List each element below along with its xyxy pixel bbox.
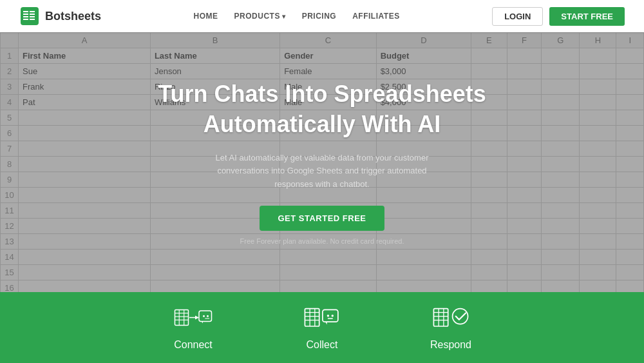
svg-rect-2	[23, 14, 28, 15]
feature-collect: Collect	[258, 304, 386, 351]
svg-point-19	[207, 315, 209, 317]
feature-connect: Connect	[129, 304, 258, 351]
svg-rect-3	[23, 16, 28, 17]
svg-point-18	[203, 315, 205, 317]
svg-point-29	[327, 315, 329, 317]
svg-rect-5	[30, 11, 35, 12]
svg-rect-33	[433, 309, 448, 326]
nav-products[interactable]: PRODUCTS	[234, 12, 286, 21]
svg-rect-1	[23, 11, 28, 12]
feature-respond-label: Respond	[430, 339, 471, 351]
hero-note: Free Forever plan available. No credit c…	[240, 237, 404, 245]
features-section: Connect Collect	[0, 292, 644, 363]
nav-buttons: LOGIN START FREE	[492, 7, 625, 26]
svg-point-30	[332, 315, 334, 317]
logo-text: Botsheets	[45, 10, 101, 23]
respond-icon	[431, 304, 470, 333]
nav-links: HOME PRODUCTS PRICING AFFILIATES	[194, 12, 400, 21]
svg-rect-9	[175, 310, 189, 326]
feature-collect-label: Collect	[307, 339, 338, 351]
feature-connect-label: Connect	[174, 339, 213, 351]
svg-rect-7	[30, 16, 35, 17]
feature-respond: Respond	[386, 304, 515, 351]
start-free-button[interactable]: START FREE	[549, 7, 625, 26]
svg-rect-17	[199, 311, 212, 322]
hero-subtitle: Let AI automatically get valuable data f…	[206, 152, 438, 191]
logo[interactable]: Botsheets	[19, 6, 101, 26]
svg-rect-28	[323, 309, 338, 322]
svg-rect-22	[305, 309, 319, 326]
nav-affiliates[interactable]: AFFILIATES	[352, 12, 399, 21]
hero-title: Turn Chats Into Spreadsheets Automatical…	[158, 79, 486, 140]
svg-rect-8	[30, 19, 35, 20]
get-started-button[interactable]: GET STARTED FREE	[260, 206, 384, 231]
svg-point-39	[453, 309, 468, 324]
svg-rect-6	[30, 14, 35, 15]
login-button[interactable]: LOGIN	[492, 7, 543, 26]
nav-home[interactable]: HOME	[194, 12, 218, 21]
hero-section: Turn Chats Into Spreadsheets Automatical…	[0, 32, 644, 292]
nav-pricing[interactable]: PRICING	[302, 12, 337, 21]
navbar: Botsheets HOME PRODUCTS PRICING AFFILIAT…	[0, 0, 644, 32]
connect-icon	[174, 304, 213, 333]
svg-marker-16	[195, 316, 199, 320]
collect-icon	[303, 304, 341, 333]
svg-rect-4	[23, 19, 28, 20]
